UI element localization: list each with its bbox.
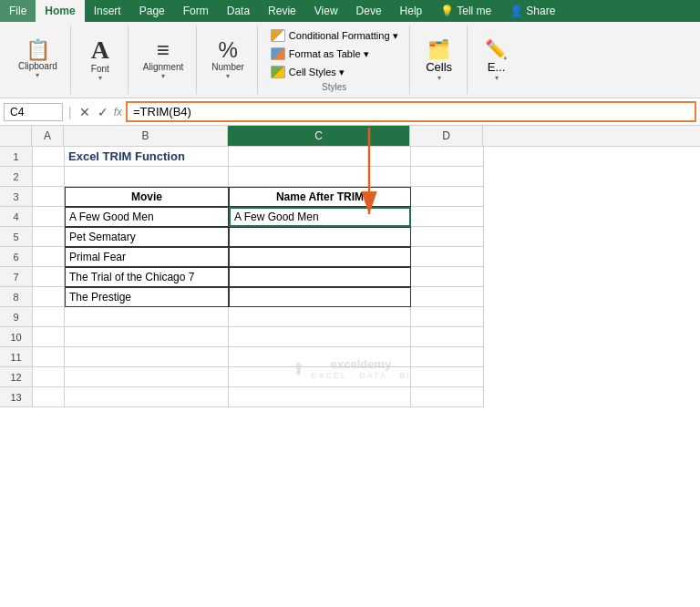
- row-num-3[interactable]: 3: [0, 187, 32, 207]
- cell-a11[interactable]: [33, 347, 65, 367]
- cell-c8[interactable]: [229, 287, 411, 307]
- row-num-9[interactable]: 9: [0, 307, 32, 327]
- cell-a10[interactable]: [33, 327, 65, 347]
- cell-d13[interactable]: [411, 387, 484, 407]
- conditional-formatting-button[interactable]: Conditional Formatting ▾: [267, 27, 402, 44]
- cell-b11[interactable]: [65, 347, 229, 367]
- cell-a5[interactable]: [33, 227, 65, 247]
- tab-home[interactable]: Home: [36, 0, 84, 22]
- cell-styles-button[interactable]: Cell Styles ▾: [267, 64, 402, 80]
- cell-c4[interactable]: A Few Good Men: [229, 207, 411, 227]
- cell-a3[interactable]: [33, 187, 65, 207]
- cell-d2[interactable]: [411, 167, 484, 187]
- cell-b4[interactable]: A Few Good Men: [65, 207, 229, 227]
- cell-a9[interactable]: [33, 307, 65, 327]
- cell-a8[interactable]: [33, 287, 65, 307]
- cell-reference-input[interactable]: [4, 103, 63, 121]
- cell-d8[interactable]: [411, 287, 484, 307]
- cells-button[interactable]: 🗂️ Cells ▾: [419, 36, 459, 85]
- cell-c7[interactable]: [229, 267, 411, 287]
- cancel-formula-button[interactable]: ✕: [77, 105, 92, 119]
- cell-a2[interactable]: [33, 167, 65, 187]
- editing-button[interactable]: ✏️ E... ▾: [477, 36, 517, 85]
- cell-d6[interactable]: [411, 247, 484, 267]
- cell-b3-header[interactable]: Movie: [65, 187, 229, 207]
- row-num-10[interactable]: 10: [0, 327, 32, 347]
- cell-b10[interactable]: [65, 327, 229, 347]
- row-num-12[interactable]: 12: [0, 367, 32, 387]
- cell-b2[interactable]: [65, 167, 229, 187]
- cell-d11[interactable]: [411, 347, 484, 367]
- tab-share[interactable]: 👤 Share: [500, 0, 564, 22]
- row-num-1[interactable]: 1: [0, 147, 32, 167]
- font-button[interactable]: A Font ▾: [80, 35, 120, 85]
- cell-c10[interactable]: [229, 327, 411, 347]
- cell-c9[interactable]: [229, 307, 411, 327]
- watermark-name: exceldemy: [312, 357, 411, 371]
- cell-b8[interactable]: The Prestige: [65, 287, 229, 307]
- cell-a13[interactable]: [33, 387, 65, 407]
- tab-help[interactable]: Help: [391, 0, 432, 22]
- cell-d4[interactable]: [411, 207, 484, 227]
- cell-a1[interactable]: [33, 147, 65, 167]
- cell-d12[interactable]: [411, 367, 484, 387]
- tab-developer[interactable]: Deve: [347, 0, 391, 22]
- col-header-d[interactable]: D: [410, 126, 483, 146]
- cell-c13[interactable]: [229, 387, 411, 407]
- cell-d3[interactable]: [411, 187, 484, 207]
- cell-b13[interactable]: [65, 387, 229, 407]
- row-num-2[interactable]: 2: [0, 167, 32, 187]
- cell-b7[interactable]: The Trial of the Chicago 7: [65, 267, 229, 287]
- tab-tell-me[interactable]: 💡 Tell me: [431, 0, 500, 22]
- row-num-5[interactable]: 5: [0, 227, 32, 247]
- cell-b12[interactable]: [65, 367, 229, 387]
- cell-d9[interactable]: [411, 307, 484, 327]
- cells-icon: 🗂️: [427, 38, 450, 60]
- cell-d1[interactable]: [411, 147, 484, 167]
- tab-page[interactable]: Page: [130, 0, 174, 22]
- ribbon-group-font: A Font ▾: [73, 26, 129, 94]
- cell-a7[interactable]: [33, 267, 65, 287]
- tab-file[interactable]: File: [0, 0, 36, 22]
- tab-insert[interactable]: Insert: [85, 0, 130, 22]
- cell-d5[interactable]: [411, 227, 484, 247]
- row-num-13[interactable]: 13: [0, 387, 32, 407]
- row-num-7[interactable]: 7: [0, 267, 32, 287]
- cell-c6[interactable]: [229, 247, 411, 267]
- row-num-11[interactable]: 11: [0, 347, 32, 367]
- corner-cell: [0, 126, 32, 146]
- table-row: [33, 167, 700, 187]
- confirm-formula-button[interactable]: ✓: [96, 105, 110, 119]
- tab-data[interactable]: Data: [218, 0, 259, 22]
- cell-b1[interactable]: Excel TRIM Function: [65, 147, 229, 167]
- alignment-button[interactable]: ≡ Alignment ▾: [138, 36, 189, 83]
- row-num-6[interactable]: 6: [0, 247, 32, 267]
- cell-c5[interactable]: [229, 227, 411, 247]
- cell-b5[interactable]: Pet Sematary: [65, 227, 229, 247]
- cell-a6[interactable]: [33, 247, 65, 267]
- formula-input[interactable]: [126, 101, 696, 122]
- conditional-formatting-icon: [271, 29, 285, 42]
- cell-a12[interactable]: [33, 367, 65, 387]
- number-button[interactable]: % Number ▾: [206, 36, 250, 83]
- format-as-table-button[interactable]: Format as Table ▾: [267, 46, 402, 62]
- col-header-a[interactable]: A: [32, 126, 64, 146]
- tab-view[interactable]: View: [305, 0, 347, 22]
- row-num-4[interactable]: 4: [0, 207, 32, 227]
- tab-review[interactable]: Revie: [259, 0, 305, 22]
- clipboard-button[interactable]: 📋 Clipboard ▾: [13, 37, 63, 82]
- cell-d10[interactable]: [411, 327, 484, 347]
- cell-d7[interactable]: [411, 267, 484, 287]
- number-icon: %: [218, 39, 237, 61]
- cell-b6[interactable]: Primal Fear: [65, 247, 229, 267]
- col-header-b[interactable]: B: [64, 126, 228, 146]
- row-num-8[interactable]: 8: [0, 287, 32, 307]
- cell-b9[interactable]: [65, 307, 229, 327]
- cell-c3-header[interactable]: Name After TRIM: [229, 187, 411, 207]
- cell-a4[interactable]: [33, 207, 65, 227]
- cell-c2[interactable]: [229, 167, 411, 187]
- col-header-c[interactable]: C: [228, 126, 410, 146]
- cell-c1[interactable]: [229, 147, 411, 167]
- tab-form[interactable]: Form: [174, 0, 218, 22]
- ribbon-group-styles: Conditional Formatting ▾ Format as Table…: [260, 26, 410, 94]
